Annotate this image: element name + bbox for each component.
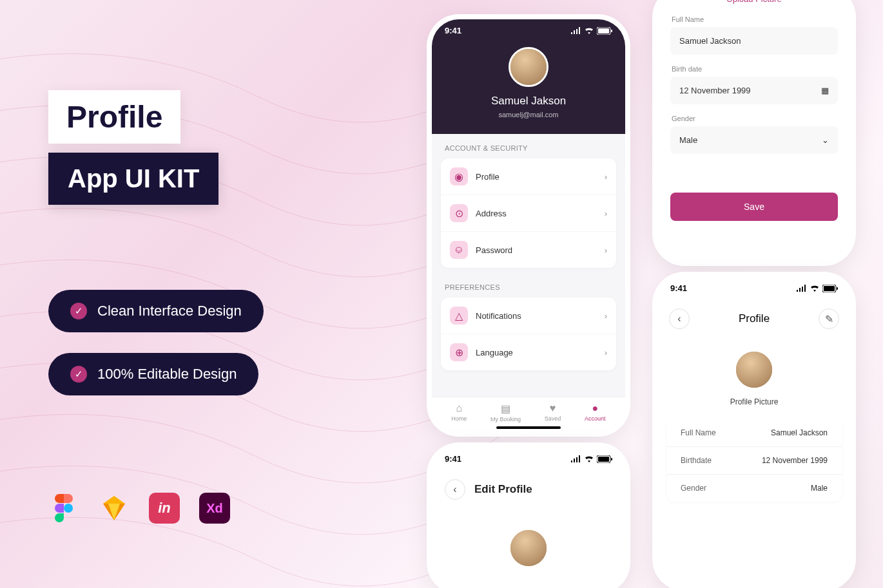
lock-icon: ⎉ <box>450 241 468 259</box>
svg-rect-2 <box>598 28 609 33</box>
nav-saved[interactable]: ♥Saved <box>545 403 561 422</box>
chevron-right-icon: › <box>605 348 607 357</box>
menu-item-profile[interactable]: ◉Profile› <box>441 158 616 194</box>
pin-icon: ⊙ <box>450 204 468 222</box>
field-label: Birth date <box>657 60 851 77</box>
profile-name: Samuel Jakson <box>432 95 625 108</box>
profile-email: samuelj@mail.com <box>432 111 625 119</box>
home-indicator <box>496 426 561 429</box>
svg-point-0 <box>64 504 73 513</box>
phone-profile-view-screen: 9:41 ‹ Profile ✎ Profile Picture Full Na… <box>657 277 851 586</box>
svg-rect-9 <box>837 287 838 290</box>
user-icon: ◉ <box>450 167 468 185</box>
chevron-right-icon: › <box>605 172 607 182</box>
home-icon: ⌂ <box>451 403 467 414</box>
globe-icon: ⊕ <box>450 343 468 361</box>
section-title: PREFERENCES <box>432 273 625 298</box>
phone-form-screen: Upload Picture Full Name Samuel Jackson … <box>657 0 851 261</box>
status-bar: 9:41 <box>432 448 625 470</box>
status-time: 9:41 <box>445 26 461 35</box>
feature-pill: ✓ 100% Editable Design <box>48 353 258 395</box>
xd-icon: Xd <box>199 493 230 524</box>
avatar[interactable] <box>509 528 548 568</box>
status-time: 9:41 <box>445 454 461 464</box>
screen-title: Edit Profile <box>474 483 532 496</box>
svg-rect-6 <box>611 458 612 460</box>
profile-header: 9:41 Samuel Jakson samuelj@mail.com <box>432 19 625 134</box>
status-icons <box>796 285 838 292</box>
edit-button[interactable]: ✎ <box>819 308 839 329</box>
menu-item-language[interactable]: ⊕Language› <box>441 334 616 370</box>
section-title: ACCOUNT & SECURITY <box>432 134 625 158</box>
field-label: Full Name <box>657 10 851 27</box>
phone-account-screen: 9:41 Samuel Jakson samuelj@mail.com ACCO… <box>432 19 625 432</box>
status-icons <box>570 27 612 35</box>
feature-text: Clean Interface Design <box>97 303 242 319</box>
svg-rect-5 <box>598 457 609 462</box>
sketch-icon <box>99 493 130 524</box>
user-icon: ● <box>585 403 606 414</box>
detail-row: GenderMale <box>666 474 842 502</box>
screen-header: ‹ Profile ✎ <box>657 299 851 338</box>
picture-label: Profile Picture <box>657 397 851 406</box>
avatar[interactable] <box>734 350 774 390</box>
field-label: Gender <box>657 109 851 126</box>
feature-pills: ✓ Clean Interface Design ✓ 100% Editable… <box>48 290 264 416</box>
save-button[interactable]: Save <box>670 193 838 221</box>
detail-row: Full NameSamuel Jackson <box>666 419 842 446</box>
avatar[interactable] <box>509 47 548 87</box>
feature-pill: ✓ Clean Interface Design <box>48 290 264 332</box>
tool-icons: in Xd <box>48 493 230 524</box>
back-button[interactable]: ‹ <box>445 479 465 500</box>
back-button[interactable]: ‹ <box>669 308 690 329</box>
chevron-right-icon: › <box>605 245 607 255</box>
upload-picture-link[interactable]: Upload Picture <box>657 0 851 10</box>
promo-title-2: App UI KIT <box>48 153 218 205</box>
nav-account[interactable]: ●Account <box>585 403 606 422</box>
bell-icon: △ <box>450 307 468 325</box>
svg-rect-3 <box>611 30 612 32</box>
check-icon: ✓ <box>70 303 87 319</box>
status-bar: 9:41 <box>657 277 851 299</box>
chevron-right-icon: › <box>605 311 607 321</box>
promo-title-1: Profile <box>48 90 180 144</box>
list-card: △Notifications› ⊕Language› <box>441 298 616 370</box>
invision-icon: in <box>149 493 180 524</box>
svg-rect-8 <box>824 286 835 291</box>
status-bar: 9:41 <box>432 19 625 42</box>
feature-text: 100% Editable Design <box>97 366 237 383</box>
menu-item-notifications[interactable]: △Notifications› <box>441 298 616 334</box>
promo-block: Profile App UI KIT <box>48 90 218 205</box>
list-card: ◉Profile› ⊙Address› ⎉Password› <box>441 158 616 268</box>
details-card: Full NameSamuel Jackson Birthdate12 Nove… <box>666 419 842 502</box>
calendar-icon: ▦ <box>821 86 829 95</box>
chevron-down-icon: ⌄ <box>822 135 829 145</box>
birthdate-input[interactable]: 12 November 1999▦ <box>670 77 838 104</box>
fullname-input[interactable]: Samuel Jackson <box>670 27 838 55</box>
phone-edit-profile-screen: 9:41 ‹ Edit Profile <box>432 448 625 588</box>
chevron-right-icon: › <box>605 209 607 218</box>
screen-title: Profile <box>739 312 770 325</box>
status-time: 9:41 <box>670 283 687 293</box>
menu-item-password[interactable]: ⎉Password› <box>441 231 616 268</box>
screen-header: ‹ Edit Profile <box>432 470 625 509</box>
nav-booking[interactable]: ▤My Booking <box>490 403 521 422</box>
gender-select[interactable]: Male⌄ <box>670 126 838 154</box>
nav-home[interactable]: ⌂Home <box>451 403 467 422</box>
figma-icon <box>48 493 79 524</box>
heart-icon: ♥ <box>545 403 561 414</box>
check-icon: ✓ <box>70 366 87 383</box>
menu-item-address[interactable]: ⊙Address› <box>441 194 616 231</box>
booking-icon: ▤ <box>490 403 521 415</box>
detail-row: Birthdate12 November 1999 <box>666 446 842 474</box>
status-icons <box>570 455 612 463</box>
